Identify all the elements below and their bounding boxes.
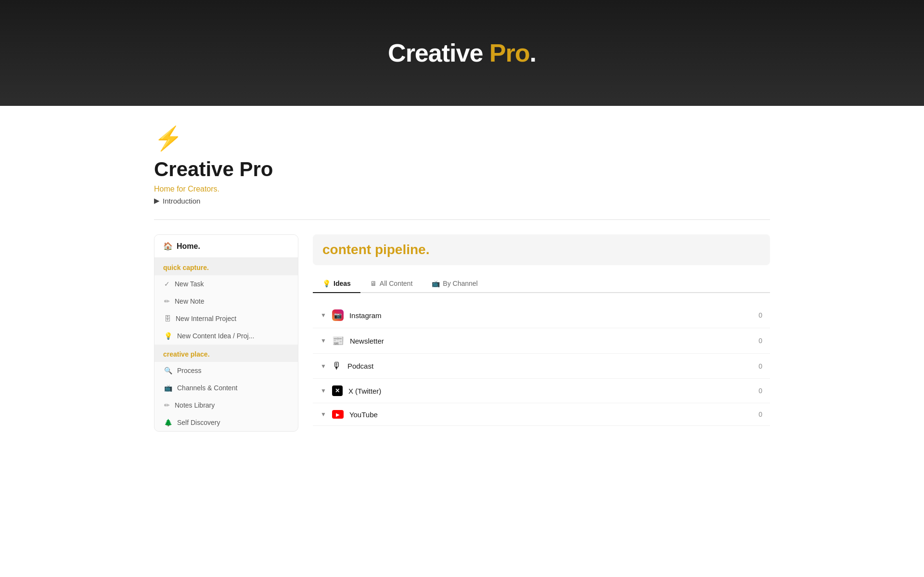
podcast-toggle-icon: ▼ xyxy=(321,363,326,370)
hero-title-plain: Creative xyxy=(388,39,489,67)
new-task-label: New Task xyxy=(175,280,204,288)
lightbulb-icon: 💡 xyxy=(164,332,172,340)
podcast-channel-name: Podcast xyxy=(347,362,753,370)
sidebar-home-label: Home. xyxy=(177,242,200,251)
x-twitter-toggle-icon: ▼ xyxy=(321,387,326,394)
sidebar-item-new-task[interactable]: ✓ New Task xyxy=(154,275,298,293)
x-twitter-channel-name: X (Twitter) xyxy=(348,387,753,395)
youtube-toggle-icon: ▼ xyxy=(321,411,326,418)
hero-title-highlight: Pro xyxy=(489,39,530,67)
home-icon: 🏠 xyxy=(163,242,173,251)
new-internal-project-label: New Internal Project xyxy=(176,315,236,322)
sidebar-item-self-discovery[interactable]: 🌲 Self Discovery xyxy=(154,414,298,431)
main-content: content pipeline. 💡 Ideas 🖥 All Content … xyxy=(313,234,770,426)
hero-banner: Creative Pro. xyxy=(0,0,924,106)
lightning-icon: ⚡ xyxy=(154,125,770,152)
channel-list: ▼ 📷 Instagram 0 ▼ 📰 Newsletter 0 ▼ 🎙 Pod… xyxy=(313,303,770,426)
channels-content-label: Channels & Content xyxy=(177,384,237,392)
two-col-layout: 🏠 Home. quick capture. ✓ New Task ✏ New … xyxy=(154,234,770,432)
self-discovery-label: Self Discovery xyxy=(177,419,220,426)
newsletter-channel-name: Newsletter xyxy=(350,337,753,345)
instagram-channel-name: Instagram xyxy=(349,311,753,320)
podcast-count: 0 xyxy=(758,362,762,370)
section-divider xyxy=(154,219,770,220)
instagram-toggle-icon: ▼ xyxy=(321,312,326,319)
sidebar-item-process[interactable]: 🔍 Process xyxy=(154,362,298,379)
new-note-label: New Note xyxy=(175,297,204,305)
check-icon: ✓ xyxy=(164,280,170,288)
channel-row-newsletter[interactable]: ▼ 📰 Newsletter 0 xyxy=(313,328,770,354)
x-twitter-icon: ✕ xyxy=(332,385,343,396)
ideas-tab-label: Ideas xyxy=(334,280,351,287)
instagram-icon: 📷 xyxy=(332,309,344,321)
youtube-channel-name: YouTube xyxy=(349,410,753,419)
x-twitter-count: 0 xyxy=(758,387,762,395)
hero-title: Creative Pro. xyxy=(388,38,536,67)
process-icon: 🔍 xyxy=(164,367,172,374)
page-subtitle: Home for Creators. xyxy=(154,185,770,193)
introduction-label: Introduction xyxy=(163,197,200,205)
sidebar-section-creative-place: creative place. xyxy=(154,345,298,362)
sidebar-home[interactable]: 🏠 Home. xyxy=(154,235,298,258)
sidebar-item-new-internal-project[interactable]: 🗄 New Internal Project xyxy=(154,310,298,327)
process-label: Process xyxy=(177,367,202,374)
youtube-count: 0 xyxy=(758,410,762,418)
sidebar-item-channels-content[interactable]: 📺 Channels & Content xyxy=(154,379,298,397)
briefcase-icon: 🗄 xyxy=(164,315,171,322)
new-content-idea-label: New Content Idea / Proj... xyxy=(177,332,254,340)
sidebar-section-quick-capture: quick capture. xyxy=(154,258,298,275)
page-content: ⚡ Creative Pro Home for Creators. ▶ Intr… xyxy=(125,106,799,451)
youtube-icon: ▶ xyxy=(332,410,344,419)
sidebar: 🏠 Home. quick capture. ✓ New Task ✏ New … xyxy=(154,234,298,432)
sidebar-item-new-note[interactable]: ✏ New Note xyxy=(154,293,298,310)
content-pipeline-tabs: 💡 Ideas 🖥 All Content 📺 By Channel xyxy=(313,275,770,293)
newsletter-count: 0 xyxy=(758,337,762,345)
instagram-count: 0 xyxy=(758,311,762,319)
newsletter-icon: 📰 xyxy=(332,335,344,346)
channel-row-x-twitter[interactable]: ▼ ✕ X (Twitter) 0 xyxy=(313,379,770,403)
hero-title-period: . xyxy=(529,39,536,67)
self-discovery-icon: 🌲 xyxy=(164,419,172,426)
tab-ideas[interactable]: 💡 Ideas xyxy=(313,275,360,293)
toggle-arrow-icon: ▶ xyxy=(154,196,160,205)
channel-row-instagram[interactable]: ▼ 📷 Instagram 0 xyxy=(313,303,770,328)
ideas-tab-icon: 💡 xyxy=(322,280,331,287)
all-content-tab-label: All Content xyxy=(380,280,412,287)
section-title-content-pipeline: content pipeline. xyxy=(313,234,770,265)
pencil-icon: ✏ xyxy=(164,297,170,305)
tab-by-channel[interactable]: 📺 By Channel xyxy=(422,275,487,293)
channel-row-podcast[interactable]: ▼ 🎙 Podcast 0 xyxy=(313,354,770,379)
channel-row-youtube[interactable]: ▼ ▶ YouTube 0 xyxy=(313,403,770,426)
page-main-title: Creative Pro xyxy=(154,158,770,181)
notes-library-label: Notes Library xyxy=(175,401,215,409)
sidebar-item-notes-library[interactable]: ✏ Notes Library xyxy=(154,397,298,414)
tab-all-content[interactable]: 🖥 All Content xyxy=(360,275,422,293)
sidebar-item-new-content-idea[interactable]: 💡 New Content Idea / Proj... xyxy=(154,327,298,345)
all-content-tab-icon: 🖥 xyxy=(370,280,377,287)
by-channel-tab-icon: 📺 xyxy=(432,280,440,287)
by-channel-tab-label: By Channel xyxy=(443,280,477,287)
channels-icon: 📺 xyxy=(164,384,172,392)
podcast-icon: 🎙 xyxy=(332,360,342,372)
notes-icon: ✏ xyxy=(164,401,170,409)
newsletter-toggle-icon: ▼ xyxy=(321,337,326,344)
introduction-toggle[interactable]: ▶ Introduction xyxy=(154,196,770,205)
